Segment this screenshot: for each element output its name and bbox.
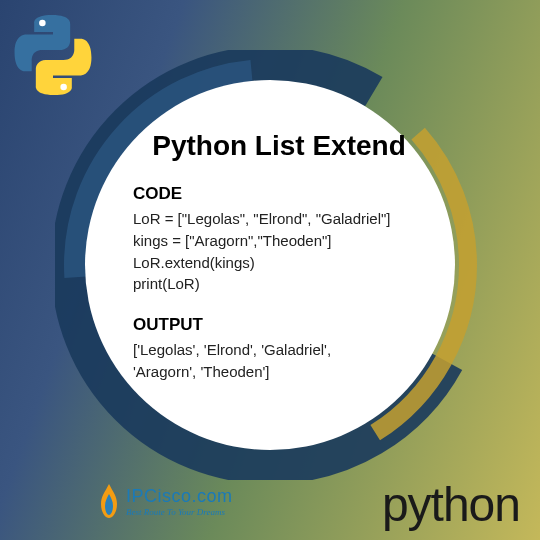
code-section: CODE LoR = ["Legolas", "Elrond", "Galadr…: [133, 184, 425, 295]
content-circle: Python List Extend CODE LoR = ["Legolas"…: [55, 50, 485, 480]
brand-tagline: Best Route To Your Dreams: [126, 507, 233, 517]
page-title: Python List Extend: [133, 130, 425, 162]
brand-name: IPCisco.com: [126, 486, 233, 507]
code-line: kings = ["Aragorn","Theoden"]: [133, 230, 425, 252]
output-label: OUTPUT: [133, 315, 425, 335]
svg-point-0: [39, 20, 46, 27]
ipcisco-logo: IPCisco.com Best Route To Your Dreams: [95, 482, 233, 520]
python-logo-icon: [8, 10, 98, 100]
code-line: LoR = ["Legolas", "Elrond", "Galadriel"]: [133, 208, 425, 230]
white-content-area: Python List Extend CODE LoR = ["Legolas"…: [85, 80, 455, 450]
output-line: ['Legolas', 'Elrond', 'Galadriel',: [133, 339, 425, 361]
svg-point-1: [60, 84, 67, 91]
code-line: LoR.extend(kings): [133, 252, 425, 274]
python-footer-text: python: [382, 477, 520, 532]
code-line: print(LoR): [133, 273, 425, 295]
output-line: 'Aragorn', 'Theoden']: [133, 361, 425, 383]
code-label: CODE: [133, 184, 425, 204]
output-section: OUTPUT ['Legolas', 'Elrond', 'Galadriel'…: [133, 315, 425, 383]
flame-icon: [95, 482, 123, 520]
